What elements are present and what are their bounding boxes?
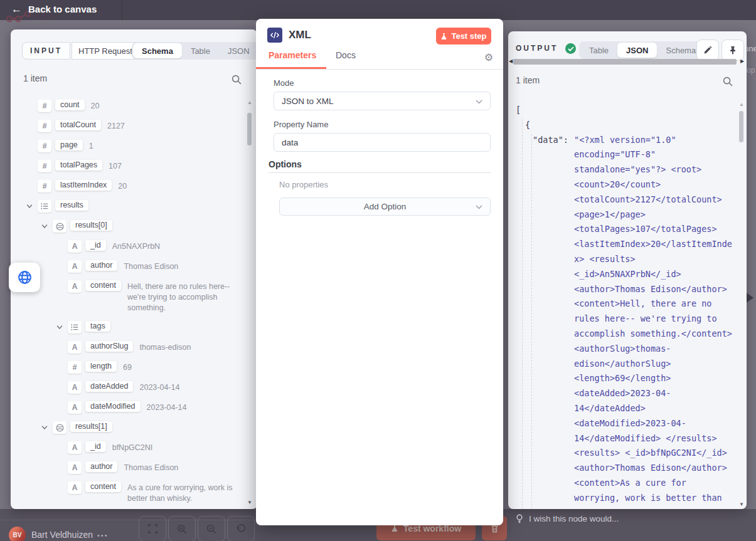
schema-value: An5NAXPrbN [112, 240, 257, 252]
chevron-spacer [56, 461, 68, 465]
horizontal-scrollbar[interactable] [513, 59, 737, 65]
scroll-down-arrow[interactable]: ▼ [247, 500, 252, 505]
user-menu-button[interactable]: ••• [97, 532, 109, 539]
schema-key[interactable]: content [85, 481, 121, 492]
schema-key[interactable]: dateAdded [85, 381, 133, 392]
schema-value [95, 200, 257, 201]
schema-key[interactable]: tags [85, 321, 110, 332]
schema-row: AcontentHell, there are no rules here-- … [11, 280, 257, 313]
json-line: <lastItemIndex>20</lastItemInde [508, 237, 738, 252]
schema-key[interactable]: count [55, 100, 85, 110]
schema-key[interactable]: totalCount [55, 120, 101, 130]
tab-json[interactable]: JSON [617, 43, 657, 58]
flask-icon [440, 33, 447, 40]
schema-key[interactable]: results[0] [70, 220, 112, 231]
success-check-icon [565, 43, 576, 54]
test-step-button[interactable]: Test step [436, 28, 491, 45]
fit-view-button[interactable] [139, 516, 166, 541]
json-line: edison</authorSlug> [508, 357, 738, 372]
search-icon[interactable] [723, 76, 733, 89]
user-name: Bart Veldhuizen [31, 530, 93, 540]
hscroll-left-arrow[interactable]: ◀ [509, 58, 513, 64]
schema-value: 107 [109, 160, 257, 172]
json-open-brace: { [508, 118, 738, 133]
mode-select[interactable]: JSON to XML [274, 92, 491, 110]
reset-zoom-button[interactable] [227, 516, 255, 541]
schema-key[interactable]: authorSlug [85, 341, 133, 352]
scroll-up-arrow[interactable]: ▲ [247, 100, 252, 105]
node-title: XML [289, 29, 311, 41]
json-line: <authorSlug>thomas- [508, 342, 738, 357]
back-to-canvas-button[interactable]: ← Back to canvas [11, 4, 97, 14]
schema-value: 1 [89, 140, 257, 152]
tab-parameters[interactable]: Parameters [269, 50, 316, 60]
schema-key[interactable]: results[1] [70, 421, 112, 432]
vertical-scrollbar[interactable] [247, 113, 252, 145]
schema-key[interactable]: lastItemIndex [55, 180, 112, 191]
schema-key[interactable]: author [85, 260, 117, 271]
tab-docs[interactable]: Docs [336, 50, 356, 60]
schema-row: #length69 [11, 361, 257, 374]
schema-key[interactable]: content [85, 280, 121, 291]
schema-key[interactable]: length [85, 361, 117, 372]
lightbulb-icon [516, 514, 523, 523]
scroll-up-arrow[interactable]: ▲ [739, 102, 744, 107]
chevron-spacer [26, 160, 38, 163]
edit-output-button[interactable] [696, 39, 719, 61]
options-divider [269, 172, 491, 173]
vertical-scrollbar[interactable] [739, 111, 743, 142]
json-line: <count>20</count> [508, 177, 738, 192]
tab-table[interactable]: Table [182, 43, 219, 58]
mode-value: JSON to XML [282, 97, 334, 106]
tab-json[interactable]: JSON [219, 43, 258, 58]
fit-view-icon [148, 524, 157, 533]
number-type-icon: # [68, 361, 82, 374]
gear-icon[interactable]: ⚙ [484, 51, 493, 63]
pin-data-button[interactable] [721, 39, 744, 61]
add-option-select[interactable]: Add Option [279, 197, 491, 216]
chevron-spacer [56, 280, 68, 283]
string-type-icon: A [68, 401, 82, 414]
schema-key[interactable]: author [85, 461, 117, 472]
hscroll-right-arrow[interactable]: ▶ [740, 58, 744, 64]
chevron-down-icon[interactable] [41, 220, 53, 229]
string-type-icon: A [68, 240, 82, 253]
number-type-icon: # [38, 180, 51, 192]
schema-key[interactable]: totalPages [55, 160, 102, 171]
string-type-icon: A [68, 381, 82, 394]
search-icon[interactable] [232, 75, 242, 87]
schema-value: 69 [123, 361, 257, 373]
property-name-input[interactable]: data [274, 133, 491, 152]
output-panel-title: OUTPUT [516, 44, 558, 53]
scroll-down-arrow[interactable]: ▼ [739, 502, 744, 507]
json-line: <author>Thomas Edison</author> [508, 461, 738, 476]
schema-row: AauthorSlugthomas-edison [11, 341, 257, 354]
chevron-down-icon[interactable] [41, 421, 53, 431]
zoom-out-button[interactable] [198, 516, 225, 541]
chevron-spacer [56, 401, 68, 404]
chevron-down-icon[interactable] [56, 321, 68, 330]
back-arrow-icon: ← [11, 4, 22, 14]
chevron-spacer [56, 260, 68, 263]
schema-key[interactable]: page [55, 140, 83, 150]
floating-extension-widget[interactable] [9, 263, 40, 292]
schema-value: bfNpGC2NI [112, 441, 257, 453]
schema-key[interactable]: results [55, 200, 88, 211]
schema-key[interactable]: dateModified [85, 401, 141, 412]
schema-key[interactable]: _id [85, 240, 106, 251]
xml-node-icon [267, 28, 282, 43]
schema-value [119, 421, 257, 423]
chevron-down-icon[interactable] [26, 200, 38, 209]
json-line: <dateAdded>2023-04- [508, 386, 738, 401]
json-output-view: [{"data":"<?xml version="1.0"encoding="U… [508, 103, 738, 509]
top-bar: n8n ← Back to canvas [0, 0, 756, 20]
avatar[interactable]: BV [9, 527, 26, 541]
schema-row: #count20 [11, 100, 257, 112]
tab-table[interactable]: Table [580, 43, 617, 58]
zoom-in-button[interactable] [168, 516, 196, 541]
node-feedback-bar[interactable]: I wish this node would... [516, 514, 619, 523]
tab-schema[interactable]: Schema [133, 43, 182, 58]
schema-value [119, 220, 257, 221]
pin-icon [729, 46, 737, 55]
schema-key[interactable]: _id [85, 441, 106, 452]
